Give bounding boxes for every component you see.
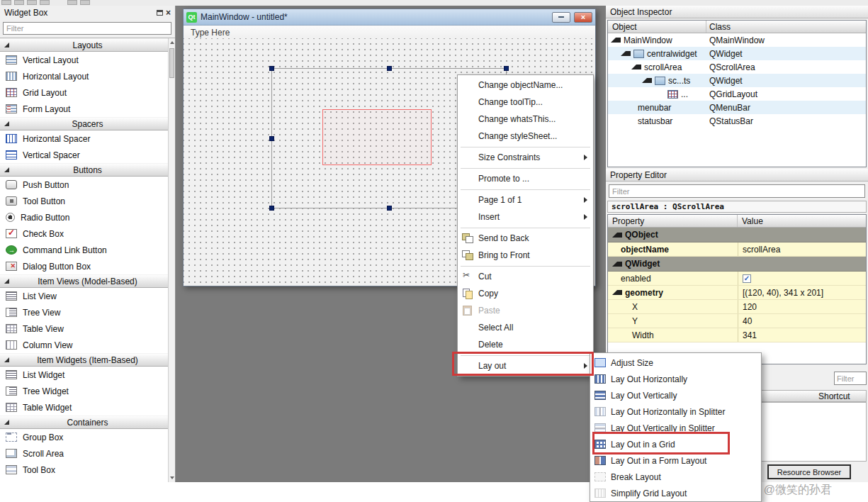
column-header-property[interactable]: Property: [608, 215, 738, 227]
section-header-spacers[interactable]: Spacers: [0, 117, 175, 130]
column-header-object[interactable]: Object: [608, 21, 706, 33]
property-value[interactable]: 120: [738, 300, 866, 313]
close-button[interactable]: ×: [574, 12, 592, 23]
menu-item-page-1-of-1[interactable]: Page 1 of 1: [458, 191, 593, 208]
section-header-item-views[interactable]: Item Views (Model-Based): [0, 274, 175, 288]
expand-arrow-icon[interactable]: [611, 38, 621, 43]
widget-item-tool-button[interactable]: Tool Button: [0, 193, 175, 209]
action-filter-input[interactable]: [834, 372, 867, 385]
menubar-type-here[interactable]: Type Here: [191, 28, 230, 38]
submenu-item-lay-out-vertically-in-splitter[interactable]: Lay Out Vertically in Splitter: [590, 420, 761, 436]
property-filter-input[interactable]: [609, 184, 865, 198]
form-window-titlebar[interactable]: Qt MainWindow - untitled* ×: [184, 9, 595, 26]
menu-item-change-stylesheet[interactable]: Change styleSheet...: [458, 128, 593, 145]
scroll-down-icon[interactable]: [170, 476, 174, 479]
submenu-item-lay-out-horizontally[interactable]: Lay Out Horizontally: [590, 371, 761, 387]
section-header-buttons[interactable]: Buttons: [0, 163, 175, 177]
menu-item-bring-to-front[interactable]: Bring to Front: [458, 247, 593, 264]
widget-item-horizontal-spacer[interactable]: Horizontal Spacer: [0, 130, 175, 147]
menu-item-size-constraints[interactable]: Size Constraints: [458, 149, 593, 166]
menu-item-change-whatsthis[interactable]: Change whatsThis...: [458, 111, 593, 128]
widget-item-command-link-button[interactable]: Command Link Button: [0, 242, 175, 258]
form-menubar[interactable]: Type Here: [184, 26, 595, 40]
resource-browser-tab[interactable]: Resource Browser: [767, 464, 851, 479]
menu-item-paste[interactable]: Paste: [458, 302, 593, 319]
resize-handle-top-right[interactable]: [504, 66, 509, 71]
tree-row-menubar[interactable]: menubar QMenuBar: [608, 101, 866, 114]
widget-box-scrollbar[interactable]: [168, 38, 175, 482]
column-header-class[interactable]: Class: [706, 21, 866, 33]
widget-box-filter-input[interactable]: [3, 22, 171, 35]
tree-row-scrollarea-contents[interactable]: sc...ts QWidget: [608, 74, 866, 87]
widget-item-tree-view[interactable]: Tree View: [0, 304, 175, 320]
widget-item-check-box[interactable]: Check Box: [0, 225, 175, 242]
expand-arrow-icon[interactable]: [642, 78, 652, 83]
property-group-qobject[interactable]: QObject: [608, 228, 866, 242]
menu-item-select-all[interactable]: Select All: [458, 319, 593, 336]
enabled-checkbox[interactable]: ✓: [743, 274, 751, 283]
section-header-item-widgets[interactable]: Item Widgets (Item-Based): [0, 353, 175, 367]
resize-handle-top-center[interactable]: [387, 66, 392, 71]
submenu-item-lay-out-in-a-grid[interactable]: Lay Out in a Grid: [590, 436, 761, 452]
property-row-y[interactable]: Y 40: [608, 314, 866, 328]
tree-row-scrollarea[interactable]: scrollArea QScrollArea: [608, 60, 866, 74]
menu-item-change-objectname[interactable]: Change objectName...: [458, 77, 593, 94]
resize-handle-bottom-left[interactable]: [269, 206, 274, 211]
widget-item-tree-widget[interactable]: Tree Widget: [0, 383, 175, 399]
widget-item-grid-layout[interactable]: Grid Layout: [0, 84, 175, 101]
submenu-item-adjust-size[interactable]: Adjust Size: [590, 355, 761, 371]
widget-item-horizontal-layout[interactable]: Horizontal Layout: [0, 68, 175, 84]
submenu-item-simplify-grid-layout[interactable]: Simplify Grid Layout: [590, 485, 761, 501]
widget-item-radio-button[interactable]: Radio Button: [0, 209, 175, 225]
widget-item-group-box[interactable]: Group Box: [0, 429, 175, 445]
column-header-value[interactable]: Value: [738, 215, 866, 227]
scroll-area-contents-outline[interactable]: [322, 109, 432, 165]
widget-item-form-layout[interactable]: Form Layout: [0, 101, 175, 117]
menu-item-copy[interactable]: Copy: [458, 285, 593, 302]
section-header-layouts[interactable]: Layouts: [0, 38, 175, 52]
tree-row-mainwindow[interactable]: MainWindow QMainWindow: [608, 33, 866, 47]
widget-item-list-view[interactable]: List View: [0, 288, 175, 304]
column-header-shortcut[interactable]: Shortcut: [818, 391, 850, 401]
menu-item-send-to-back[interactable]: Send to Back: [458, 230, 593, 247]
widget-item-vertical-layout[interactable]: Vertical Layout: [0, 52, 175, 68]
widget-item-vertical-spacer[interactable]: Vertical Spacer: [0, 147, 175, 163]
section-header-containers[interactable]: Containers: [0, 415, 175, 429]
menu-item-insert[interactable]: Insert: [458, 208, 593, 225]
menu-item-lay-out[interactable]: Lay out: [458, 357, 593, 374]
menu-item-change-tooltip[interactable]: Change toolTip...: [458, 94, 593, 111]
widget-item-table-widget[interactable]: Table Widget: [0, 399, 175, 415]
widget-item-dialog-button-box[interactable]: Dialog Button Box: [0, 258, 175, 274]
minimize-button[interactable]: [552, 12, 570, 23]
resize-handle-top-left[interactable]: [269, 66, 274, 71]
widget-item-push-button[interactable]: Push Button: [0, 177, 175, 193]
submenu-item-break-layout[interactable]: Break Layout: [590, 469, 761, 485]
tree-row-centralwidget[interactable]: centralwidget QWidget: [608, 47, 866, 60]
widget-item-tool-box[interactable]: Tool Box: [0, 462, 175, 478]
widget-item-table-view[interactable]: Table View: [0, 320, 175, 337]
expand-arrow-icon[interactable]: [621, 51, 631, 56]
menu-item-delete[interactable]: Delete: [458, 336, 593, 353]
property-value[interactable]: scrollArea: [738, 242, 866, 256]
close-icon[interactable]: ×: [166, 9, 171, 16]
property-value[interactable]: [(120, 40), 341 x 201]: [738, 286, 866, 299]
property-row-geometry[interactable]: geometry [(120, 40), 341 x 201]: [608, 286, 866, 300]
scroll-up-icon[interactable]: [170, 41, 174, 44]
menu-item-cut[interactable]: Cut: [458, 268, 593, 285]
submenu-item-lay-out-vertically[interactable]: Lay Out Vertically: [590, 387, 761, 403]
property-row-objectname[interactable]: objectName scrollArea: [608, 242, 866, 257]
submenu-item-lay-out-horizontally-in-splitter[interactable]: Lay Out Horizontally in Splitter: [590, 403, 761, 420]
property-value[interactable]: 341: [738, 328, 866, 342]
scrollbar-thumb[interactable]: [169, 48, 174, 78]
tree-row-gridlayout[interactable]: ... QGridLayout: [608, 87, 866, 101]
property-row-x[interactable]: X 120: [608, 300, 866, 314]
widget-item-list-widget[interactable]: List Widget: [0, 367, 175, 383]
float-icon[interactable]: [157, 10, 163, 16]
expand-arrow-icon[interactable]: [631, 65, 641, 69]
property-group-qwidget[interactable]: QWidget: [608, 257, 866, 272]
property-row-width[interactable]: Width 341: [608, 328, 866, 342]
menu-item-promote-to[interactable]: Promote to ...: [458, 170, 593, 187]
widget-item-scroll-area[interactable]: Scroll Area: [0, 445, 175, 462]
resize-handle-mid-left[interactable]: [269, 136, 274, 141]
property-value[interactable]: 40: [738, 314, 866, 328]
